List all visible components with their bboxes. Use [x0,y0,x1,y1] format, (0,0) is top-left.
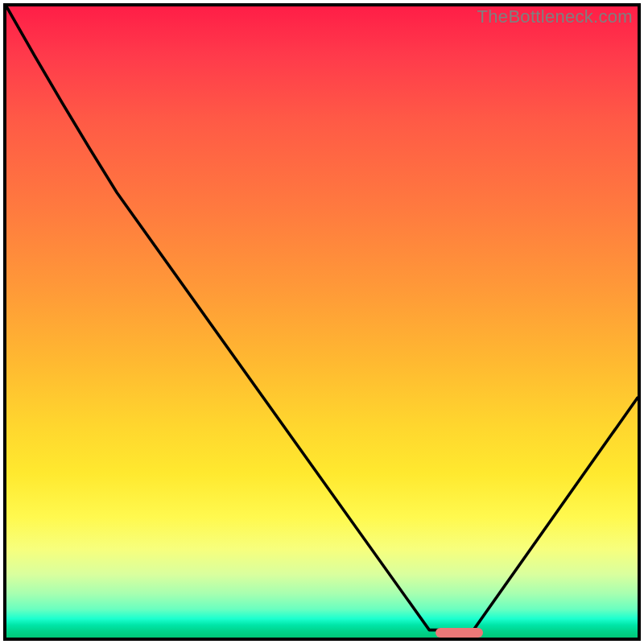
chart-frame [3,3,641,641]
bottleneck-curve [6,6,638,630]
watermark-text: TheBottleneck.com [477,6,633,27]
optimal-range-marker [436,628,483,638]
curve-overlay [6,6,638,638]
